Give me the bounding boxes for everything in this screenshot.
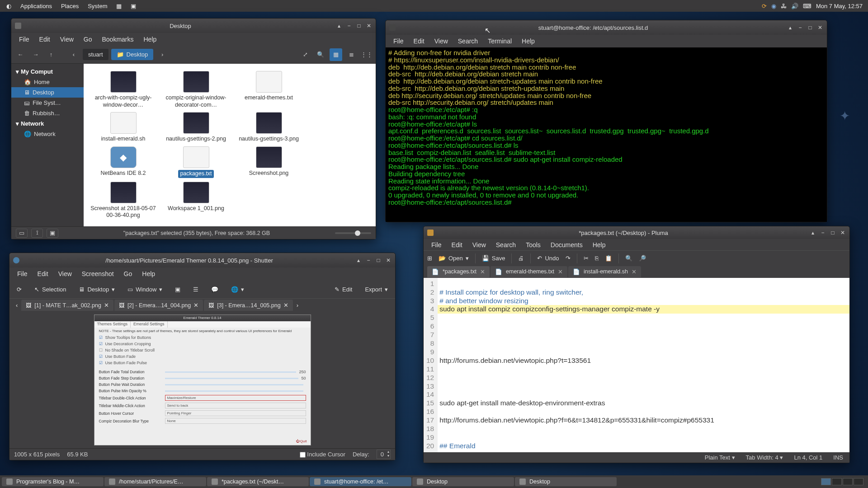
shutter-menu-edit[interactable]: Edit (33, 270, 53, 277)
undo-button[interactable]: ↶Undo (537, 255, 559, 262)
editor-tab[interactable]: 📄*packages.txt✕ (427, 266, 490, 277)
fm-menu-go[interactable]: Go (79, 36, 97, 43)
tray-network-icon[interactable]: 🖧 (781, 3, 787, 9)
file-item[interactable]: ◆NetBeans IDE 8.2 (88, 146, 158, 178)
taskbar-item[interactable]: /home/stuart/Pictures/E… (104, 477, 206, 486)
file-item[interactable]: emerald-themes.txt (234, 71, 304, 108)
tab-next-button[interactable]: › (294, 302, 301, 309)
pluma-menu-view[interactable]: View (467, 241, 491, 249)
tab-prev-button[interactable]: ‹ (13, 302, 20, 309)
terminal-body[interactable]: # Adding non-free for nvidia driver# htt… (386, 47, 827, 222)
term-menu-view[interactable]: View (429, 38, 453, 45)
panel-clock[interactable]: Mon 7 May, 12:57 (816, 3, 863, 9)
taskbar-item[interactable]: stuart@home-office: /et… (310, 477, 411, 486)
file-item[interactable]: Screenshot at 2018-05-07 00-36-40.png (88, 182, 158, 219)
workspace-2[interactable] (832, 478, 842, 485)
tray-icon-1[interactable]: ⟳ (762, 3, 767, 9)
file-item[interactable]: install-emerald.sh (88, 112, 158, 143)
sidebar-item-filesystem[interactable]: 🖴File Syst… (11, 98, 84, 108)
panel-launcher-1[interactable]: ▦ (112, 3, 126, 9)
pluma-editor[interactable]: 1234567891011121314151617181920 # Instal… (424, 278, 849, 452)
term-menu-edit[interactable]: Edit (409, 38, 429, 45)
open-button[interactable]: 📂Open ▾ (439, 255, 469, 262)
window-button[interactable]: ▭Window ▾ (124, 284, 166, 295)
fm-titlebar[interactable]: Desktop ▴ − □ ✕ (11, 19, 376, 33)
search-icon[interactable]: 🔍 (314, 48, 327, 61)
tab-width-selector[interactable]: Tab Width: 4 ▾ (746, 454, 783, 461)
menu-button[interactable]: ☰ (189, 284, 202, 295)
mate-menu-icon[interactable]: ◐ (2, 3, 16, 9)
save-button[interactable]: 💾Save (482, 255, 505, 262)
location-toggle-icon[interactable]: ⤢ (299, 48, 311, 61)
sidebar-item-desktop[interactable]: 🖥Desktop (11, 87, 84, 98)
pluma-menu-documents[interactable]: Documents (546, 241, 588, 249)
nav-up-button[interactable]: ↑ (45, 48, 57, 61)
shutter-tab-1[interactable]: 🖼[1] - MATE T…ak_002.png✕ (21, 300, 113, 311)
view-icons-button[interactable]: ▦ (330, 48, 342, 61)
workspace-3[interactable] (843, 478, 853, 485)
shutter-menu-help[interactable]: Help (137, 270, 160, 277)
pluma-titlebar[interactable]: *packages.txt (~/Desktop) - Pluma ▴ − □ … (424, 226, 849, 239)
panel-menu-places[interactable]: Places (57, 3, 83, 9)
term-menu-help[interactable]: Help (517, 38, 540, 45)
fm-file-grid[interactable]: arch-with-compiz-ugly-window-decor…compi… (84, 64, 376, 226)
tray-volume-icon[interactable]: 🔊 (791, 3, 798, 9)
term-menu-terminal[interactable]: Terminal (483, 38, 517, 45)
close-icon[interactable]: ✕ (632, 268, 637, 275)
fm-menu-help[interactable]: Help (139, 36, 162, 43)
breadcrumb-parent[interactable]: stuart (83, 49, 108, 60)
crumb-next-button[interactable]: › (156, 48, 169, 61)
shutter-tab-3[interactable]: 🖼[3] - Emera…14_005.png✕ (204, 300, 292, 311)
shutter-preview[interactable]: Emerald Themer 0.8.14 Themes SettingsEme… (9, 312, 395, 448)
pluma-menu-tools[interactable]: Tools (521, 241, 546, 249)
term-menu-file[interactable]: File (388, 38, 409, 45)
sidebar-item-home[interactable]: 🏠Home (11, 77, 84, 87)
section-button[interactable]: ▣ (171, 284, 184, 295)
redo-capture-button[interactable]: ⟳ (13, 284, 25, 295)
status-btn-2[interactable]: ⟟ (31, 229, 43, 238)
shutter-menu-view[interactable]: View (53, 270, 77, 277)
status-btn-3[interactable]: ▣ (47, 229, 58, 238)
file-item[interactable]: compiz-original-window-decorator-com… (161, 71, 231, 108)
selection-button[interactable]: ↖Selection (31, 284, 70, 295)
pluma-menu-edit[interactable]: Edit (447, 241, 467, 249)
maximize-button[interactable]: □ (807, 24, 813, 31)
panel-menu-applications[interactable]: Applications (16, 3, 57, 9)
shutter-titlebar[interactable]: /home/stuart/Pictures/Emerald Themer 0.8… (9, 253, 395, 267)
minimize-button[interactable]: − (797, 24, 803, 31)
sidebar-item-network[interactable]: 🌐Network (11, 129, 84, 139)
workspace-4[interactable] (854, 478, 863, 485)
pluma-menu-search[interactable]: Search (491, 241, 521, 249)
editor-tab[interactable]: 📄emerald-themes.txt✕ (491, 266, 567, 277)
delay-spinner[interactable]: 0▴▾ (377, 450, 391, 459)
shutter-menu-go[interactable]: Go (119, 270, 137, 277)
fm-menu-file[interactable]: File (14, 36, 34, 43)
syntax-mode-selector[interactable]: Plain Text ▾ (705, 454, 735, 461)
nav-back-button[interactable]: ← (14, 48, 27, 61)
view-list-button[interactable]: ≣ (345, 48, 358, 61)
taskbar-item[interactable]: *packages.txt (~/Deskt… (207, 477, 309, 486)
close-icon[interactable]: ✕ (558, 268, 563, 275)
close-icon[interactable]: ✕ (283, 302, 288, 309)
fm-menu-view[interactable]: View (55, 36, 79, 43)
file-item[interactable]: nautilus-gsettings-2.png (161, 112, 231, 143)
term-titlebar[interactable]: stuart@home-office: /etc/apt/sources.lis… (386, 20, 827, 35)
file-item[interactable]: Screenshot.png (234, 146, 304, 178)
workspace-pager[interactable] (821, 478, 863, 485)
maximize-button[interactable]: □ (830, 230, 836, 236)
close-icon[interactable]: ✕ (480, 268, 485, 275)
file-item[interactable]: arch-with-compiz-ugly-window-decor… (88, 71, 158, 108)
pluma-menu-file[interactable]: File (426, 241, 447, 249)
shutter-tab-2[interactable]: 🖼[2] - Emera…14_004.png✕ (114, 300, 203, 311)
panel-menu-system[interactable]: System (83, 3, 112, 9)
file-item[interactable]: nautilus-gsettings-3.png (234, 112, 304, 143)
crumb-prev-button[interactable]: ‹ (67, 48, 80, 61)
maximize-button[interactable]: □ (356, 23, 362, 29)
workspace-1[interactable] (821, 478, 831, 485)
minimize-button[interactable]: − (346, 23, 352, 29)
view-compact-button[interactable]: ⋮⋮ (360, 48, 373, 61)
tray-icon-2[interactable]: ◉ (771, 3, 776, 9)
fm-menu-bookmarks[interactable]: Bookmarks (97, 36, 138, 43)
edit-button[interactable]: ✎Edit (331, 284, 356, 295)
taskbar-item[interactable]: Programster's Blog - M… (2, 477, 104, 486)
